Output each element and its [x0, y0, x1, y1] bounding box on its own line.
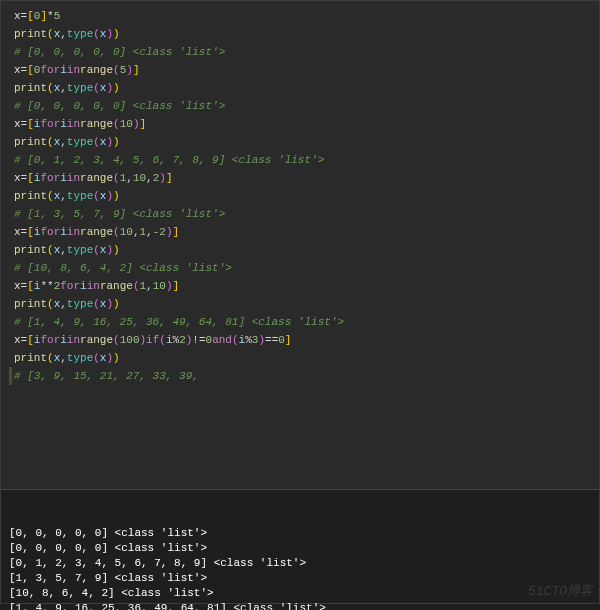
code-token: [: [27, 169, 34, 187]
code-token: ,: [60, 241, 67, 259]
code-token: ]: [133, 61, 140, 79]
code-token: ): [113, 133, 120, 151]
code-token: in: [67, 331, 80, 349]
code-token: ): [106, 349, 113, 367]
code-comment-line: # [0, 0, 0, 0, 0] <class 'list'>: [9, 97, 591, 115]
code-token: x: [54, 79, 61, 97]
code-token: [: [27, 277, 34, 295]
code-token: =: [21, 169, 28, 187]
code-token: in: [67, 169, 80, 187]
code-token: 1: [120, 169, 127, 187]
code-token: x: [100, 295, 107, 313]
code-line: x = [0] * 5: [9, 7, 591, 25]
code-token: 3: [252, 331, 259, 349]
code-token: x: [14, 61, 21, 79]
code-token: ): [166, 277, 173, 295]
code-token: range: [80, 61, 113, 79]
code-token: type: [67, 295, 93, 313]
code-token: x: [100, 241, 107, 259]
code-token: i: [60, 223, 67, 241]
code-token: *: [47, 7, 54, 25]
code-token: ,: [60, 133, 67, 151]
code-line: print(x, type(x)): [9, 349, 591, 367]
code-token: i: [34, 331, 41, 349]
code-comment-line: # [0, 1, 2, 3, 4, 5, 6, 7, 8, 9] <class …: [9, 151, 591, 169]
output-line: [0, 0, 0, 0, 0] <class 'list'>: [9, 541, 591, 556]
code-token: ): [113, 241, 120, 259]
code-token: ): [113, 349, 120, 367]
code-token: x: [14, 277, 21, 295]
code-token: ): [106, 79, 113, 97]
code-token: (: [113, 169, 120, 187]
code-token: i: [60, 61, 67, 79]
code-token: ]: [173, 277, 180, 295]
code-comment-line: # [1, 3, 5, 7, 9] <class 'list'>: [9, 205, 591, 223]
code-token: [: [27, 115, 34, 133]
code-token: ,: [126, 169, 133, 187]
code-token: ): [126, 61, 133, 79]
code-token: !=: [192, 331, 205, 349]
code-token: print: [14, 79, 47, 97]
code-token: (: [93, 25, 100, 43]
code-token: ,: [146, 223, 153, 241]
code-token: print: [14, 349, 47, 367]
output-line: [10, 8, 6, 4, 2] <class 'list'>: [9, 586, 591, 601]
code-token: i: [34, 169, 41, 187]
code-token: range: [80, 331, 113, 349]
code-token: range: [80, 169, 113, 187]
code-token: =: [21, 277, 28, 295]
code-token: 1: [140, 223, 147, 241]
code-line: print(x, type(x)): [9, 79, 591, 97]
code-token: (: [133, 277, 140, 295]
code-token: (: [47, 241, 54, 259]
code-token: x: [54, 349, 61, 367]
code-token: print: [14, 241, 47, 259]
code-token: (: [113, 115, 120, 133]
code-token: (: [113, 331, 120, 349]
code-token: ]: [285, 331, 292, 349]
code-token: 0: [206, 331, 213, 349]
code-token: 5: [54, 7, 61, 25]
code-token: i: [34, 223, 41, 241]
code-line: print(x, type(x)): [9, 133, 591, 151]
code-token: (: [113, 61, 120, 79]
output-line: [1, 4, 9, 16, 25, 36, 49, 64, 81] <class…: [9, 601, 591, 610]
code-comment: # [1, 4, 9, 16, 25, 36, 49, 64, 81] <cla…: [14, 313, 344, 331]
code-token: x: [100, 349, 107, 367]
code-token: print: [14, 133, 47, 151]
code-token: [: [27, 223, 34, 241]
code-token: if: [146, 331, 159, 349]
code-editor[interactable]: x = [0] * 5print(x, type(x))# [0, 0, 0, …: [0, 0, 600, 490]
code-token: type: [67, 241, 93, 259]
code-token: in: [67, 115, 80, 133]
code-token: type: [67, 349, 93, 367]
code-token: ): [186, 331, 193, 349]
code-token: i: [239, 331, 246, 349]
code-token: (: [93, 241, 100, 259]
code-token: (: [159, 331, 166, 349]
code-token: type: [67, 133, 93, 151]
code-token: 100: [120, 331, 140, 349]
code-token: i: [34, 115, 41, 133]
code-token: ,: [133, 223, 140, 241]
code-comment-line: # [10, 8, 6, 4, 2] <class 'list'>: [9, 259, 591, 277]
code-token: x: [14, 115, 21, 133]
code-token: 10: [120, 223, 133, 241]
code-token: 0: [34, 7, 41, 25]
code-token: 0: [34, 61, 41, 79]
code-token: ): [140, 331, 147, 349]
code-token: (: [232, 331, 239, 349]
code-token: i: [34, 277, 41, 295]
code-token: =: [21, 7, 28, 25]
code-token: in: [67, 61, 80, 79]
code-token: print: [14, 187, 47, 205]
code-token: ): [113, 187, 120, 205]
code-token: 10: [120, 115, 133, 133]
code-token: (: [47, 133, 54, 151]
code-token: ==: [265, 331, 278, 349]
code-token: %: [173, 331, 180, 349]
code-token: [: [27, 7, 34, 25]
code-token: **: [40, 277, 53, 295]
code-token: ]: [166, 169, 173, 187]
code-token: (: [93, 187, 100, 205]
